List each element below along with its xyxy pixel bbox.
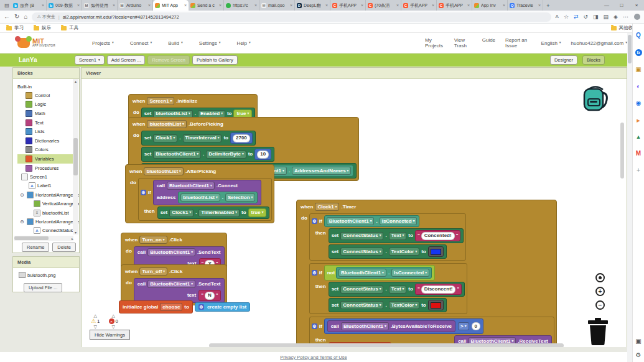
browser-tab[interactable]: C 手机APP ×	[330, 0, 366, 11]
publish-gallery-button[interactable]: Publish to Gallery	[192, 55, 238, 65]
refresh-icon[interactable]: ↻	[14, 14, 19, 20]
mutator-gear-icon[interactable]: ⚙	[312, 323, 317, 329]
palette-category[interactable]: Logic	[17, 100, 79, 109]
browser-tab[interactable]: b 009-数据 ×	[47, 0, 82, 11]
palette-category[interactable]: Colors	[17, 146, 79, 155]
palette-category[interactable]: Text	[17, 118, 79, 128]
account-menu[interactable]: huohuo422@gmail.com▾	[571, 40, 627, 46]
color-block-blue[interactable]	[428, 246, 444, 257]
add-sidebar-icon[interactable]: +	[637, 167, 640, 174]
shopping-icon[interactable]: ▣	[635, 67, 641, 73]
browser-tab[interactable]: MIT App ×	[153, 0, 189, 11]
tab-close-icon[interactable]: ×	[538, 3, 541, 7]
tree-item-horizontal-arrangement2[interactable]: ⊖HorizontalArrangemen	[17, 217, 79, 226]
media-file[interactable]: buletooth.png	[19, 272, 79, 278]
set-block[interactable]: setClock1▾.TimerInterval▾to 2700	[141, 131, 256, 146]
property-getter-block[interactable]: bluetoothList▾.Selection▾	[178, 192, 258, 203]
read-aloud-icon[interactable]: A	[556, 14, 559, 19]
zoom-out-icon[interactable]: −	[595, 300, 605, 310]
zoom-in-icon[interactable]: +	[595, 287, 605, 296]
tab-close-icon[interactable]: ×	[361, 3, 363, 7]
header-link[interactable]: My Projects	[425, 37, 444, 49]
settings-icon[interactable]: ⚙	[636, 352, 642, 358]
logic-true-block[interactable]: true▾	[248, 208, 267, 217]
create-empty-list-block[interactable]: ⚙create empty list	[195, 302, 250, 312]
tab-close-icon[interactable]: ×	[396, 3, 399, 7]
collections-icon[interactable]: ▤	[604, 14, 609, 20]
minimize-button[interactable]: —	[599, 0, 614, 11]
designer-button[interactable]: Designer	[550, 55, 577, 65]
if-block[interactable]: ⚙if callBluetoothClient1▾.BytesAvailable…	[309, 317, 554, 347]
bookmark-folder[interactable]: 娱乐	[34, 25, 51, 31]
header-link[interactable]: Guide	[482, 37, 495, 49]
tab-close-icon[interactable]: ×	[325, 3, 328, 7]
palette-category[interactable]: Lists	[17, 127, 79, 136]
collapse-panel-icon[interactable]: ▣	[635, 338, 641, 345]
set-block[interactable]: setConnectStatus▾.TextColor▾to	[329, 298, 447, 312]
palette-builtin-label[interactable]: Built-in	[17, 82, 79, 91]
split-screen-icon[interactable]: ◨	[593, 14, 599, 20]
mutator-gear-icon[interactable]: ⚙	[141, 190, 146, 195]
palette-vertical-scrollbar[interactable]: ▴▾	[73, 79, 78, 234]
maximize-button[interactable]: □	[614, 0, 629, 11]
browser-tab[interactable]: Q Tracevie ×	[508, 0, 543, 11]
block-when-turnoff-click[interactable]: whenTurn_off▾.Click do callBluetoothClie…	[121, 264, 227, 305]
tab-close-icon[interactable]: ×	[290, 3, 292, 7]
tree-item-vertical-arrangement[interactable]: VerticalArrangemen	[17, 200, 79, 208]
header-link[interactable]: View Trash	[454, 37, 472, 49]
block-when-afterpicking[interactable]: when bluetoothList▾ .AfterPicking do ⚙if…	[125, 164, 274, 223]
web-capture-icon[interactable]: ◈	[614, 14, 618, 20]
header-link[interactable]: Report an Issue	[505, 37, 531, 49]
more-icon[interactable]: ⋯	[623, 14, 628, 20]
tab-close-icon[interactable]: ×	[42, 3, 44, 7]
mutator-gear-icon[interactable]: ⚙	[198, 304, 204, 310]
browser-tab[interactable]: D DeepL翻 ×	[295, 0, 330, 11]
tab-close-icon[interactable]: ×	[77, 3, 80, 7]
tree-item-connectstatus[interactable]: AConnectStatus	[17, 226, 79, 235]
call-bytes-block[interactable]: callBluetoothClient1▾.BytesAvailableToRe…	[327, 320, 455, 332]
address-input[interactable]: ⚠不安全 | ai2.appinventor.mit.edu/?locale=e…	[32, 12, 551, 22]
not-secure-badge[interactable]: ⚠不安全	[37, 14, 55, 20]
block-when-clock-timer[interactable]: when Clock1▾ .Timer do ⚙if BluetoothClie…	[296, 200, 557, 347]
gmail-icon[interactable]: M	[636, 151, 641, 157]
canvas-vertical-scrollbar[interactable]	[620, 123, 624, 179]
text-string-block[interactable]: "N"	[198, 290, 220, 301]
if-block[interactable]: ⚙if BluetoothClient1▾.IsConnected▾ then …	[309, 213, 467, 261]
tab-close-icon[interactable]: ×	[113, 3, 115, 7]
copilot-icon[interactable]: ◐	[637, 83, 640, 90]
language-menu[interactable]: English▾	[541, 40, 561, 46]
mit-app-inventor-logo[interactable]: MITAPP INVENTOR	[17, 38, 77, 48]
palette-category[interactable]: Variables	[17, 154, 74, 164]
number-block[interactable]: 2700	[230, 132, 253, 144]
palette-category[interactable]: Control	[17, 91, 79, 100]
property-getter-block[interactable]: BluetoothClient1▾.IsConnected▾	[336, 267, 432, 279]
back-icon[interactable]: ←	[4, 14, 10, 20]
set-block[interactable]: setConnectStatus▾.Text▾to "Concented!"	[329, 228, 464, 243]
error-counter[interactable]: △ ×0 ▽	[109, 313, 118, 329]
browser-tab[interactable]: Send a c ×	[189, 0, 224, 11]
if-block[interactable]: ⚙if not BluetoothClient1▾.IsConnected▾ t…	[309, 263, 467, 314]
menu-item[interactable]: Connect▾	[130, 40, 152, 46]
warning-counter[interactable]: △ ⚠1 ▽	[91, 313, 100, 329]
send-plane-icon[interactable]: ▸	[637, 117, 640, 124]
tree-item-label1[interactable]: ALabel1	[17, 182, 79, 190]
tree-icon[interactable]: ▲	[636, 134, 642, 140]
backpack-icon[interactable]	[579, 84, 612, 114]
set-block[interactable]: setConnectStatus▾.Text▾to "Disconcent!"	[329, 282, 465, 297]
number-block[interactable]: 10	[254, 149, 271, 160]
tab-close-icon[interactable]: ×	[432, 3, 434, 7]
tab-close-icon[interactable]: ×	[503, 3, 505, 7]
tab-close-icon[interactable]: ×	[254, 3, 257, 7]
close-button[interactable]: ×	[629, 0, 644, 11]
set-block[interactable]: setConnectStatus▾.TextColor▾to	[329, 244, 447, 259]
block-init-global-choose[interactable]: initialize globalchooseto ⚙create empty …	[119, 300, 250, 313]
center-blocks-icon[interactable]	[595, 273, 605, 282]
screen-selector[interactable]: Screen1▾	[75, 55, 105, 65]
palette-category[interactable]: Dictionaries	[17, 136, 79, 146]
tab-close-icon[interactable]: ×	[219, 3, 222, 7]
tab-close-icon[interactable]: ×	[148, 3, 151, 7]
privacy-policy-link[interactable]: Privacy Policy and Terms of Use	[280, 355, 347, 360]
menu-item[interactable]: Help▾	[236, 40, 250, 46]
new-tab-button[interactable]: +	[543, 0, 553, 11]
call-sendtext-block[interactable]: callBluetoothClient1▾.SendText text"N"	[134, 278, 225, 303]
